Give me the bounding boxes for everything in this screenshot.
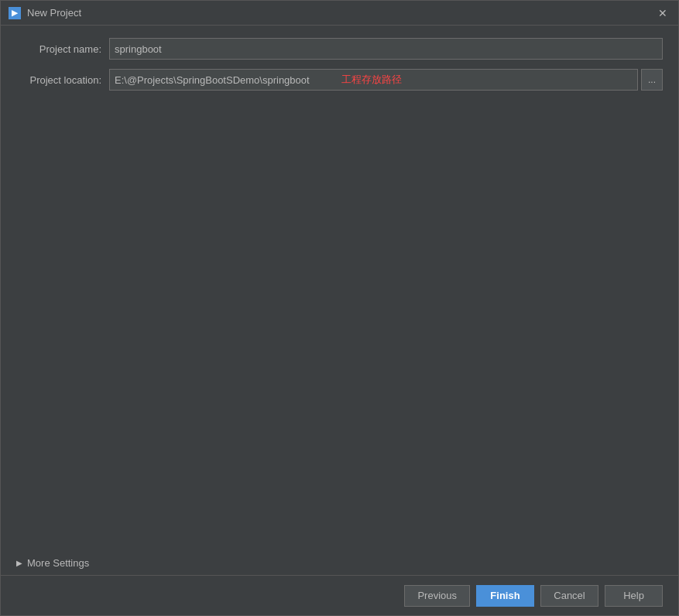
project-name-input[interactable]: [109, 38, 663, 60]
more-settings-arrow-icon: ▶: [16, 559, 22, 567]
title-bar: ▶ New Project ✕: [1, 1, 678, 26]
project-name-row: Project name:: [16, 38, 663, 60]
project-location-label: Project location:: [16, 74, 101, 86]
title-bar-left: ▶ New Project: [9, 7, 81, 19]
dialog-content: Project name: Project location: ... 工程存放…: [1, 26, 678, 551]
project-location-row: Project location: ... 工程存放路径: [16, 69, 663, 91]
more-settings-label: More Settings: [27, 557, 89, 569]
app-icon: ▶: [9, 7, 21, 19]
dialog-footer: Previous Finish Cancel Help: [1, 575, 678, 615]
content-spacer: [16, 100, 663, 539]
new-project-dialog: ▶ New Project ✕ Project name: Project lo…: [0, 0, 679, 616]
location-annotation: 工程存放路径: [341, 73, 402, 87]
dialog-title: New Project: [27, 7, 81, 19]
project-name-label: Project name:: [16, 43, 101, 55]
previous-button[interactable]: Previous: [404, 585, 470, 607]
finish-button[interactable]: Finish: [476, 585, 534, 607]
browse-button[interactable]: ...: [641, 69, 663, 91]
help-button[interactable]: Help: [605, 585, 663, 607]
cancel-button[interactable]: Cancel: [540, 585, 598, 607]
more-settings-section[interactable]: ▶ More Settings: [1, 551, 678, 575]
close-button[interactable]: ✕: [655, 5, 670, 21]
